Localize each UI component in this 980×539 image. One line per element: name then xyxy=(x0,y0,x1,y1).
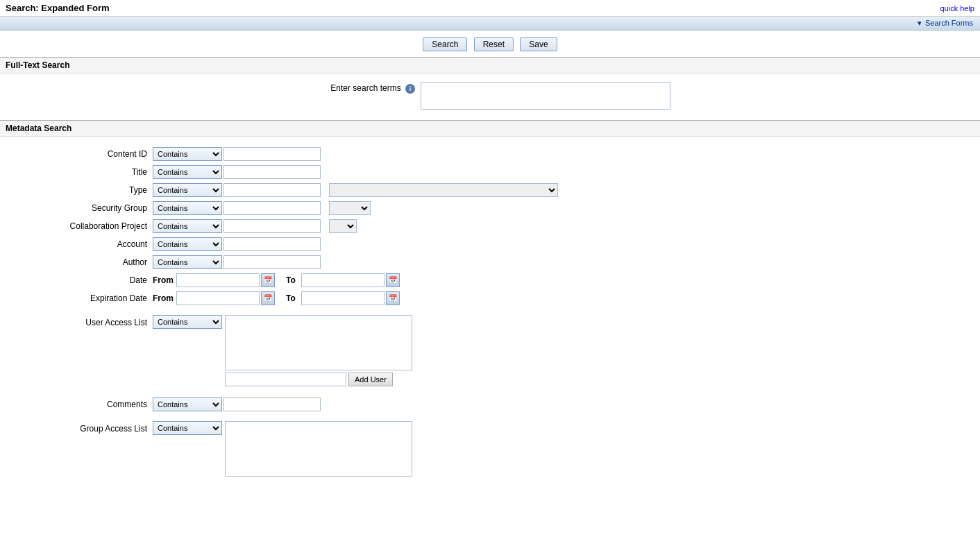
collab-project-extra-select[interactable] xyxy=(329,219,357,233)
author-row: Author ContainsStartsEndsMatches xyxy=(0,253,980,271)
metadata-section-header: Metadata Search xyxy=(0,120,980,137)
content-id-select[interactable]: ContainsStartsEndsMatches xyxy=(153,147,222,161)
type-input[interactable] xyxy=(223,183,321,197)
expiration-date-label: Expiration Date xyxy=(0,293,153,303)
date-to-input[interactable] xyxy=(301,273,385,287)
fulltext-label: Enter search terms xyxy=(330,83,400,93)
expiry-to-label: To xyxy=(286,293,296,303)
date-from-input[interactable] xyxy=(176,273,260,287)
author-label: Author xyxy=(0,257,153,267)
content-id-row: Content ID ContainsStartsEndsMatches xyxy=(0,145,980,163)
comments-row: Comments ContainsStartsEndsMatches xyxy=(0,395,980,413)
search-forms-bar[interactable]: ▾ Search Forms xyxy=(0,17,980,31)
reset-button[interactable]: Reset xyxy=(474,37,514,51)
title-input[interactable] xyxy=(223,165,321,179)
add-user-button[interactable]: Add User xyxy=(348,373,393,386)
account-select[interactable]: ContainsStartsEndsMatches xyxy=(153,237,222,251)
account-label: Account xyxy=(0,239,153,249)
account-input[interactable] xyxy=(223,237,321,251)
search-button[interactable]: Search xyxy=(423,37,467,51)
collab-project-select[interactable]: ContainsStartsEndsMatches xyxy=(153,219,222,233)
page-title: Search: Expanded Form xyxy=(6,3,110,13)
type-row: Type ContainsStartsEndsMatches xyxy=(0,181,980,199)
title-row: Title ContainsStartsEndsMatches xyxy=(0,163,980,181)
user-access-textarea[interactable] xyxy=(225,315,412,370)
expiry-to-input[interactable] xyxy=(301,291,385,305)
user-access-select[interactable]: ContainsStartsEnds xyxy=(153,315,222,329)
date-to-calendar-icon[interactable]: 📅 xyxy=(386,273,400,287)
group-access-select[interactable]: ContainsStartsEnds xyxy=(153,421,222,435)
fulltext-section-header: Full-Text Search xyxy=(0,57,980,74)
type-label: Type xyxy=(0,185,153,195)
group-access-list-row: Group Access List ContainsStartsEnds xyxy=(0,419,980,479)
type-extra-select[interactable] xyxy=(329,183,558,197)
fulltext-textarea[interactable] xyxy=(421,82,670,110)
expiry-from-calendar-icon[interactable]: 📅 xyxy=(261,291,275,305)
search-forms-label: Search Forms xyxy=(925,19,973,27)
info-icon[interactable]: i xyxy=(405,84,415,94)
content-id-label: Content ID xyxy=(0,149,153,159)
title-label: Title xyxy=(0,167,153,177)
expiration-date-row: Expiration Date From 📅 To 📅 xyxy=(0,289,980,307)
user-access-list-label: User Access List xyxy=(0,315,153,327)
expiry-from-label: From xyxy=(153,293,174,303)
date-row: Date From 📅 To 📅 xyxy=(0,271,980,289)
security-group-label: Security Group xyxy=(0,203,153,213)
comments-label: Comments xyxy=(0,400,153,409)
user-access-list-row: User Access List ContainsStartsEnds Add … xyxy=(0,313,980,388)
save-button[interactable]: Save xyxy=(520,37,557,51)
security-group-select[interactable]: ContainsStartsEndsMatches xyxy=(153,201,222,215)
title-select[interactable]: ContainsStartsEndsMatches xyxy=(153,165,222,179)
quick-help-link[interactable]: quick help xyxy=(940,4,974,12)
author-select[interactable]: ContainsStartsEndsMatches xyxy=(153,255,222,269)
collab-project-input[interactable] xyxy=(223,219,321,233)
comments-input[interactable] xyxy=(223,397,321,411)
search-forms-arrow: ▾ xyxy=(918,19,922,27)
author-input[interactable] xyxy=(223,255,321,269)
collab-project-row: Collaboration Project ContainsStartsEnds… xyxy=(0,217,980,235)
date-from-label: From xyxy=(153,275,174,285)
date-label: Date xyxy=(0,275,153,285)
expiry-from-input[interactable] xyxy=(176,291,260,305)
security-group-row: Security Group ContainsStartsEndsMatches xyxy=(0,199,980,217)
account-row: Account ContainsStartsEndsMatches xyxy=(0,235,980,253)
group-access-textarea[interactable] xyxy=(225,421,412,477)
expiry-to-calendar-icon[interactable]: 📅 xyxy=(386,291,400,305)
date-to-label: To xyxy=(286,275,296,285)
date-from-calendar-icon[interactable]: 📅 xyxy=(261,273,275,287)
type-select[interactable]: ContainsStartsEndsMatches xyxy=(153,183,222,197)
collab-project-label: Collaboration Project xyxy=(0,221,153,231)
security-group-extra-select[interactable] xyxy=(329,201,371,215)
security-group-input[interactable] xyxy=(223,201,321,215)
content-id-input[interactable] xyxy=(223,147,321,161)
group-access-list-label: Group Access List xyxy=(0,421,153,434)
user-access-add-input[interactable] xyxy=(225,373,346,386)
comments-select[interactable]: ContainsStartsEndsMatches xyxy=(153,397,222,411)
